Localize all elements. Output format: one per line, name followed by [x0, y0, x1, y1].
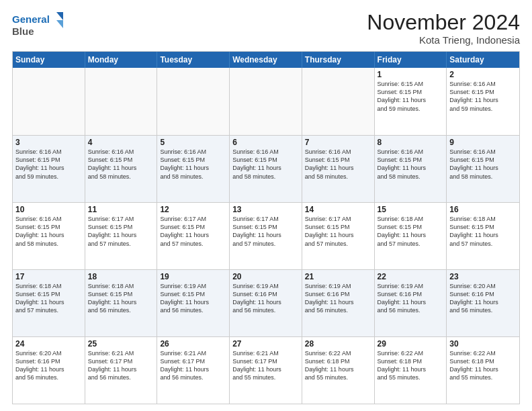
- cell-info: Sunrise: 6:16 AMSunset: 6:15 PMDaylight:…: [378, 148, 444, 181]
- svg-marker-2: [56, 12, 63, 20]
- day-number: 24: [15, 339, 82, 349]
- empty-cell: [157, 68, 230, 135]
- day-cell-22: 22Sunrise: 6:19 AMSunset: 6:16 PMDayligh…: [375, 270, 447, 336]
- header-day-sunday: Sunday: [13, 52, 85, 68]
- day-number: 25: [88, 339, 154, 349]
- cell-info: Sunrise: 6:16 AMSunset: 6:15 PMDaylight:…: [160, 148, 226, 181]
- day-cell-15: 15Sunrise: 6:18 AMSunset: 6:15 PMDayligh…: [375, 203, 447, 269]
- cell-info: Sunrise: 6:17 AMSunset: 6:15 PMDaylight:…: [305, 215, 371, 248]
- cell-info: Sunrise: 6:16 AMSunset: 6:15 PMDaylight:…: [305, 148, 371, 181]
- cell-info: Sunrise: 6:17 AMSunset: 6:15 PMDaylight:…: [232, 215, 299, 248]
- cell-info: Sunrise: 6:16 AMSunset: 6:15 PMDaylight:…: [15, 148, 82, 181]
- logo-svg: General Blue: [12, 11, 66, 39]
- day-cell-20: 20Sunrise: 6:19 AMSunset: 6:16 PMDayligh…: [230, 270, 302, 336]
- title-block: November 2024 Kota Trieng, Indonesia: [367, 11, 520, 46]
- svg-marker-3: [56, 20, 63, 28]
- day-number: 20: [232, 272, 299, 281]
- day-number: 11: [88, 205, 154, 214]
- cell-info: Sunrise: 6:21 AMSunset: 6:17 PMDaylight:…: [160, 349, 226, 382]
- empty-cell: [13, 68, 85, 135]
- day-cell-18: 18Sunrise: 6:18 AMSunset: 6:15 PMDayligh…: [85, 270, 158, 336]
- cell-info: Sunrise: 6:16 AMSunset: 6:15 PMDaylight:…: [449, 80, 517, 113]
- day-number: 2: [449, 70, 517, 79]
- header-day-thursday: Thursday: [302, 52, 375, 68]
- day-number: 29: [378, 339, 444, 349]
- day-cell-23: 23Sunrise: 6:20 AMSunset: 6:16 PMDayligh…: [447, 270, 519, 336]
- empty-cell: [85, 68, 158, 135]
- cell-info: Sunrise: 6:19 AMSunset: 6:16 PMDaylight:…: [232, 282, 299, 315]
- cell-info: Sunrise: 6:18 AMSunset: 6:15 PMDaylight:…: [449, 215, 517, 248]
- day-number: 9: [449, 138, 517, 147]
- calendar-header-row: SundayMondayTuesdayWednesdayThursdayFrid…: [13, 52, 519, 68]
- cell-info: Sunrise: 6:15 AMSunset: 6:15 PMDaylight:…: [378, 80, 444, 113]
- day-number: 22: [378, 272, 444, 281]
- day-number: 1: [378, 70, 444, 79]
- cell-info: Sunrise: 6:18 AMSunset: 6:15 PMDaylight:…: [378, 215, 444, 248]
- day-number: 3: [15, 138, 82, 147]
- day-cell-11: 11Sunrise: 6:17 AMSunset: 6:15 PMDayligh…: [85, 203, 158, 269]
- empty-cell: [230, 68, 302, 135]
- day-cell-29: 29Sunrise: 6:22 AMSunset: 6:18 PMDayligh…: [375, 337, 447, 404]
- cell-info: Sunrise: 6:16 AMSunset: 6:15 PMDaylight:…: [449, 148, 517, 181]
- calendar-body: 1Sunrise: 6:15 AMSunset: 6:15 PMDaylight…: [13, 68, 519, 404]
- day-cell-27: 27Sunrise: 6:21 AMSunset: 6:17 PMDayligh…: [230, 337, 302, 404]
- day-cell-26: 26Sunrise: 6:21 AMSunset: 6:17 PMDayligh…: [157, 337, 230, 404]
- cell-info: Sunrise: 6:21 AMSunset: 6:17 PMDaylight:…: [88, 349, 154, 382]
- week-row-2: 3Sunrise: 6:16 AMSunset: 6:15 PMDaylight…: [13, 135, 519, 202]
- day-number: 26: [160, 339, 226, 349]
- day-cell-4: 4Sunrise: 6:16 AMSunset: 6:15 PMDaylight…: [85, 136, 158, 202]
- cell-info: Sunrise: 6:20 AMSunset: 6:16 PMDaylight:…: [15, 349, 82, 382]
- header-day-wednesday: Wednesday: [230, 52, 302, 68]
- header: General Blue November 2024 Kota Trieng, …: [12, 11, 520, 46]
- day-cell-30: 30Sunrise: 6:22 AMSunset: 6:18 PMDayligh…: [447, 337, 519, 404]
- cell-info: Sunrise: 6:17 AMSunset: 6:15 PMDaylight:…: [160, 215, 226, 248]
- day-cell-14: 14Sunrise: 6:17 AMSunset: 6:15 PMDayligh…: [302, 203, 375, 269]
- day-cell-28: 28Sunrise: 6:22 AMSunset: 6:18 PMDayligh…: [302, 337, 375, 404]
- calendar-title: November 2024: [367, 11, 520, 34]
- day-number: 14: [305, 205, 371, 214]
- day-cell-12: 12Sunrise: 6:17 AMSunset: 6:15 PMDayligh…: [157, 203, 230, 269]
- week-row-5: 24Sunrise: 6:20 AMSunset: 6:16 PMDayligh…: [13, 336, 519, 404]
- day-cell-25: 25Sunrise: 6:21 AMSunset: 6:17 PMDayligh…: [85, 337, 158, 404]
- cell-info: Sunrise: 6:21 AMSunset: 6:17 PMDaylight:…: [232, 349, 299, 382]
- day-cell-3: 3Sunrise: 6:16 AMSunset: 6:15 PMDaylight…: [13, 136, 85, 202]
- day-number: 18: [88, 272, 154, 281]
- cell-info: Sunrise: 6:19 AMSunset: 6:15 PMDaylight:…: [160, 282, 226, 315]
- cell-info: Sunrise: 6:19 AMSunset: 6:16 PMDaylight:…: [305, 282, 371, 315]
- header-day-saturday: Saturday: [447, 52, 519, 68]
- day-number: 8: [378, 138, 444, 147]
- day-number: 15: [378, 205, 444, 214]
- day-cell-21: 21Sunrise: 6:19 AMSunset: 6:16 PMDayligh…: [302, 270, 375, 336]
- day-number: 17: [15, 272, 82, 281]
- day-cell-5: 5Sunrise: 6:16 AMSunset: 6:15 PMDaylight…: [157, 136, 230, 202]
- calendar: SundayMondayTuesdayWednesdayThursdayFrid…: [12, 51, 520, 404]
- day-number: 7: [305, 138, 371, 147]
- svg-text:Blue: Blue: [12, 26, 34, 37]
- cell-info: Sunrise: 6:20 AMSunset: 6:16 PMDaylight:…: [449, 282, 517, 315]
- empty-cell: [302, 68, 375, 135]
- cell-info: Sunrise: 6:18 AMSunset: 6:15 PMDaylight:…: [88, 282, 154, 315]
- cell-info: Sunrise: 6:22 AMSunset: 6:18 PMDaylight:…: [449, 349, 517, 382]
- day-number: 21: [305, 272, 371, 281]
- day-number: 16: [449, 205, 517, 214]
- header-day-friday: Friday: [375, 52, 447, 68]
- day-cell-16: 16Sunrise: 6:18 AMSunset: 6:15 PMDayligh…: [447, 203, 519, 269]
- day-number: 13: [232, 205, 299, 214]
- day-cell-24: 24Sunrise: 6:20 AMSunset: 6:16 PMDayligh…: [13, 337, 85, 404]
- week-row-1: 1Sunrise: 6:15 AMSunset: 6:15 PMDaylight…: [13, 68, 519, 135]
- day-number: 10: [15, 205, 82, 214]
- day-cell-7: 7Sunrise: 6:16 AMSunset: 6:15 PMDaylight…: [302, 136, 375, 202]
- week-row-3: 10Sunrise: 6:16 AMSunset: 6:15 PMDayligh…: [13, 202, 519, 269]
- day-cell-2: 2Sunrise: 6:16 AMSunset: 6:15 PMDaylight…: [447, 68, 519, 135]
- cell-info: Sunrise: 6:22 AMSunset: 6:18 PMDaylight:…: [305, 349, 371, 382]
- header-day-monday: Monday: [85, 52, 158, 68]
- day-number: 6: [232, 138, 299, 147]
- cell-info: Sunrise: 6:19 AMSunset: 6:16 PMDaylight:…: [378, 282, 444, 315]
- day-number: 30: [449, 339, 517, 349]
- day-number: 5: [160, 138, 226, 147]
- day-number: 12: [160, 205, 226, 214]
- cell-info: Sunrise: 6:17 AMSunset: 6:15 PMDaylight:…: [88, 215, 154, 248]
- week-row-4: 17Sunrise: 6:18 AMSunset: 6:15 PMDayligh…: [13, 269, 519, 336]
- day-cell-6: 6Sunrise: 6:16 AMSunset: 6:15 PMDaylight…: [230, 136, 302, 202]
- day-cell-8: 8Sunrise: 6:16 AMSunset: 6:15 PMDaylight…: [375, 136, 447, 202]
